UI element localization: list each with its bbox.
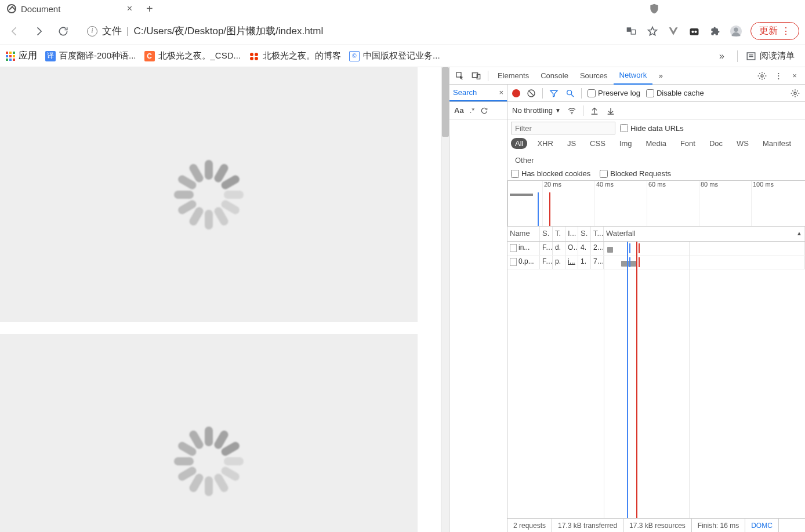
upload-har-icon[interactable] [589, 106, 600, 115]
match-case-icon[interactable]: Aa [454, 106, 464, 115]
disable-cache-checkbox[interactable]: Disable cache [646, 89, 704, 97]
bookmark-item-1[interactable]: C北极光之夜。_CSD... [144, 50, 241, 61]
record-button[interactable] [512, 89, 520, 97]
filter-input[interactable] [511, 122, 615, 134]
browser-tab[interactable]: Document × [0, 0, 139, 17]
type-filter-js[interactable]: JS [563, 138, 580, 149]
type-filter-media[interactable]: Media [641, 138, 670, 149]
back-button[interactable] [6, 23, 23, 40]
svg-point-6 [734, 27, 738, 31]
update-button[interactable]: 更新 ⋮ [750, 22, 799, 40]
tab-elements[interactable]: Elements [492, 67, 535, 85]
search-drawer-tab[interactable]: Search × [449, 85, 507, 101]
svg-point-23 [571, 113, 572, 114]
type-filter-all[interactable]: All [511, 138, 527, 149]
tabs-overflow-icon[interactable]: » [652, 71, 669, 80]
status-domcontent: DOMC [745, 519, 779, 532]
toolbar-icons: 更新 ⋮ [625, 22, 799, 40]
col-initiator[interactable]: I... [565, 227, 578, 241]
menu-dots-icon: ⋮ [781, 25, 791, 37]
site-info-icon[interactable]: i [87, 26, 97, 37]
page-scrollbar[interactable] [441, 67, 449, 532]
close-tab-icon[interactable]: × [127, 3, 132, 14]
new-tab-button[interactable]: + [139, 2, 160, 16]
bookmark-item-2[interactable]: 北极光之夜。的博客 [249, 50, 341, 61]
type-filter-ws[interactable]: WS [733, 138, 753, 149]
wifi-icon[interactable] [567, 106, 577, 115]
shield-icon[interactable] [648, 3, 660, 14]
type-filter-xhr[interactable]: XHR [533, 138, 557, 149]
svg-line-21 [571, 94, 574, 97]
url-separator: | [126, 25, 129, 37]
table-row[interactable]: 0.p... F... p. i... 1. 7... [507, 256, 805, 269]
devtools-body: Hide data URLs All XHR JS CSS Img Media … [449, 119, 805, 532]
profile-icon[interactable] [730, 25, 742, 38]
col-name[interactable]: Name [507, 227, 540, 241]
apps-grid-icon [6, 52, 15, 61]
address-field[interactable]: i 文件 | C:/Users/夜/Desktop/图片懒加载/index.ht… [81, 21, 618, 41]
bookmark-favicon [249, 51, 259, 61]
close-devtools-icon[interactable]: × [786, 71, 803, 80]
col-time[interactable]: T... [591, 227, 604, 241]
type-filter-other[interactable]: Other [511, 155, 538, 166]
type-filter-font[interactable]: Font [676, 138, 699, 149]
throttling-select[interactable]: No throttling▼ [512, 106, 561, 115]
col-status[interactable]: S. [540, 227, 553, 241]
settings-gear-icon[interactable] [754, 71, 770, 81]
status-finish: Finish: 16 ms [692, 519, 745, 532]
svg-point-7 [250, 53, 253, 56]
filter-icon[interactable] [549, 89, 559, 98]
translate-icon[interactable] [625, 25, 638, 38]
col-waterfall[interactable]: Waterfall▲ [604, 227, 805, 241]
bookmarks-divider [737, 50, 738, 62]
forward-button[interactable] [30, 23, 48, 40]
preserve-log-checkbox[interactable]: Preserve log [588, 89, 640, 97]
scrollbar-thumb[interactable] [442, 67, 449, 137]
device-toggle-icon[interactable] [468, 71, 484, 81]
vue-ext-icon[interactable] [667, 25, 680, 38]
inspect-element-icon[interactable] [452, 71, 468, 81]
network-timeline[interactable]: 20 ms 40 ms 60 ms 80 ms 100 ms [507, 180, 805, 227]
col-size[interactable]: S. [578, 227, 591, 241]
status-requests: 2 requests [507, 519, 552, 532]
network-settings-icon[interactable] [790, 89, 800, 98]
download-har-icon[interactable] [605, 106, 616, 115]
type-filter-css[interactable]: CSS [586, 138, 610, 149]
tab-network[interactable]: Network [614, 67, 653, 85]
hide-data-urls-checkbox[interactable]: Hide data URLs [620, 124, 684, 133]
status-resources: 17.3 kB resources [623, 519, 692, 532]
tab-sources[interactable]: Sources [574, 67, 614, 85]
table-row[interactable]: in... F... d. O... 4. 2... [507, 242, 805, 256]
more-menu-icon[interactable]: ⋮ [770, 71, 786, 80]
ext-icon[interactable] [688, 25, 701, 38]
bookmark-item-3[interactable]: ©中国版权登记业务... [349, 50, 440, 61]
extensions-icon[interactable] [709, 25, 721, 38]
loading-spinner-icon [174, 160, 244, 229]
type-filter-manifest[interactable]: Manifest [759, 138, 795, 149]
reading-list-icon [746, 51, 756, 61]
page-viewport[interactable] [0, 67, 441, 532]
has-blocked-cookies-checkbox[interactable]: Has blocked cookies [511, 169, 590, 178]
tab-console[interactable]: Console [535, 67, 574, 85]
file-icon [510, 258, 517, 266]
apps-button[interactable]: 应用 [6, 50, 37, 62]
refresh-search-icon[interactable] [480, 107, 488, 115]
reading-list-button[interactable]: 阅读清单 [746, 50, 799, 61]
clear-icon[interactable] [526, 89, 536, 98]
type-filter-img[interactable]: Img [615, 138, 636, 149]
regex-icon[interactable]: .* [470, 106, 475, 115]
blocked-requests-checkbox[interactable]: Blocked Requests [600, 169, 671, 178]
close-search-icon[interactable]: × [499, 88, 503, 97]
devtools-panel: Elements Console Sources Network » ⋮ × S… [449, 67, 805, 532]
reading-list-label: 阅读清单 [760, 50, 795, 61]
bookmark-label: 北极光之夜。的博客 [263, 50, 341, 61]
bookmark-star-icon[interactable] [646, 25, 659, 38]
type-filter-doc[interactable]: Doc [705, 138, 727, 149]
bookmarks-overflow-icon[interactable]: » [715, 51, 729, 61]
main-area: Elements Console Sources Network » ⋮ × S… [0, 67, 805, 532]
tab-strip: Document × + [0, 0, 805, 17]
col-type[interactable]: T. [553, 227, 565, 241]
reload-button[interactable] [55, 23, 72, 40]
bookmark-item-0[interactable]: 译百度翻译-200种语... [45, 50, 136, 61]
search-icon[interactable] [565, 89, 575, 98]
